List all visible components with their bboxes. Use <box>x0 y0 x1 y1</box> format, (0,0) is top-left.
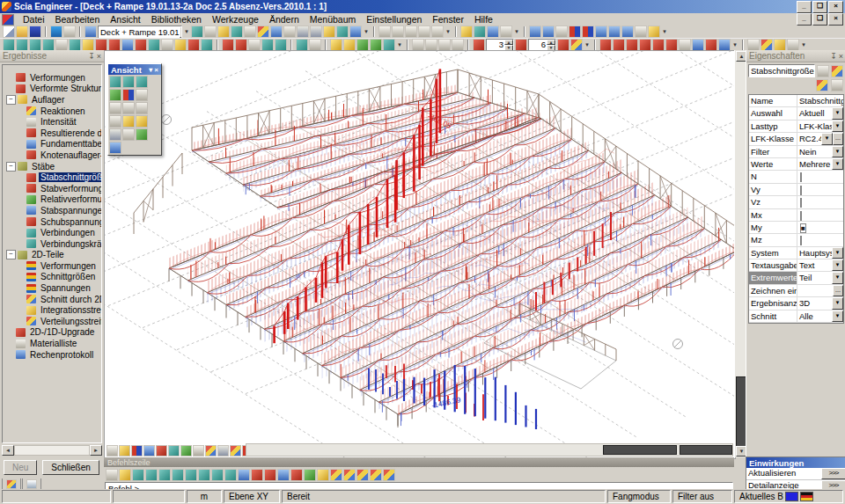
camera-icon[interactable] <box>119 445 130 457</box>
light-icon[interactable] <box>136 115 148 128</box>
orthogonal-snap-icon[interactable] <box>172 469 184 481</box>
chevron-down-icon[interactable]: ▾ <box>396 40 403 50</box>
layer-icon[interactable] <box>174 39 187 51</box>
menu-item-ndern[interactable]: Ändern <box>264 13 305 26</box>
project-manager-icon[interactable] <box>84 26 97 38</box>
menu-item-bearbeiten[interactable]: Bearbeiten <box>50 13 106 26</box>
view-preset-icon[interactable] <box>635 26 647 38</box>
scroll-right-icon[interactable]: ► <box>90 445 102 456</box>
chart-pie-icon[interactable] <box>816 79 828 91</box>
chevron-down-icon[interactable]: ▼ <box>832 107 843 119</box>
arc-snap-icon[interactable] <box>224 469 237 481</box>
schliessen-button[interactable]: Schließen <box>42 460 99 475</box>
distance-icon[interactable] <box>277 469 290 481</box>
view-preset-icon[interactable] <box>569 26 581 38</box>
zoom-in-icon[interactable] <box>136 89 148 101</box>
tree-item[interactable]: Resultierende der Reaktione <box>3 128 101 139</box>
property-checkbox[interactable] <box>800 186 802 195</box>
image-gallery-icon[interactable] <box>217 26 230 38</box>
property-value[interactable]: 3D <box>797 297 832 309</box>
render-settings-icon[interactable] <box>122 115 135 128</box>
select-icon[interactable] <box>222 39 234 51</box>
tree-item[interactable]: −2D-Teile <box>3 250 101 261</box>
model-3d-view[interactable]: -466.05-1486.39 <box>105 51 735 458</box>
status-current-layer[interactable]: Aktuelles B <box>734 490 843 503</box>
temperature-load-icon[interactable] <box>639 39 651 51</box>
tree-item[interactable]: Reaktionen <box>3 106 101 117</box>
opening-icon[interactable] <box>55 39 68 51</box>
polyline-tool-icon[interactable] <box>392 26 404 38</box>
clipboard-icon[interactable] <box>204 26 217 38</box>
filter-toggle-icon[interactable] <box>817 65 829 77</box>
tree-item[interactable]: Spannungen <box>3 282 101 294</box>
window-settings-icon[interactable] <box>109 142 121 154</box>
menu-item-werkzeuge[interactable]: Werkzeuge <box>207 13 264 26</box>
intersection-snap-icon[interactable] <box>158 469 171 481</box>
tree-item[interactable]: Verteilungsstreifen <box>3 316 101 327</box>
property-value[interactable] <box>797 285 833 296</box>
tree-item[interactable]: Materialliste <box>3 338 101 349</box>
surface-load-icon[interactable] <box>626 39 638 51</box>
view-params-icon[interactable] <box>136 128 148 141</box>
clipping-icon[interactable] <box>109 128 121 141</box>
nearest-snap-icon[interactable] <box>211 469 224 481</box>
flag-icon[interactable] <box>238 469 250 481</box>
chevron-down-icon[interactable]: ▼ <box>832 272 843 283</box>
cross-section-icon[interactable] <box>148 39 160 51</box>
named-view-icon[interactable] <box>168 445 180 457</box>
grid-snap-icon[interactable] <box>119 469 131 481</box>
center-snap-icon[interactable] <box>198 469 210 481</box>
property-checkbox[interactable] <box>800 198 802 208</box>
rib-icon[interactable] <box>69 39 81 51</box>
paperclip-icon[interactable] <box>244 26 256 38</box>
property-value[interactable]: Aktuell <box>797 107 832 119</box>
close-icon[interactable]: × <box>97 52 101 61</box>
ellipsis-button[interactable]: ... <box>833 285 843 296</box>
chevron-down-icon[interactable]: ▼ <box>180 26 182 38</box>
calculation-icon[interactable] <box>774 39 786 51</box>
filter-selection-icon[interactable] <box>370 469 382 481</box>
locked-view-icon[interactable] <box>122 128 135 141</box>
results-table-icon[interactable] <box>747 39 760 51</box>
minimize-button[interactable]: _ <box>797 1 812 13</box>
tree-item[interactable]: Rechenprotokoll <box>3 349 101 361</box>
pin-icon[interactable]: ↧ <box>88 52 95 61</box>
print-view-icon[interactable] <box>217 445 229 457</box>
tree-item[interactable]: Verformungen <box>3 72 101 84</box>
node-icon[interactable] <box>135 39 147 51</box>
wind-load-icon[interactable] <box>692 39 704 51</box>
chevron-down-icon[interactable]: ▼ <box>832 247 843 259</box>
close-icon[interactable]: × <box>839 52 843 61</box>
property-value[interactable]: LFK-Klasse <box>797 121 832 132</box>
chevron-down-icon[interactable]: ▼ <box>832 259 843 271</box>
axo-view-icon[interactable] <box>131 445 143 457</box>
selection-by-property-icon[interactable] <box>383 469 395 481</box>
calculator-icon[interactable] <box>336 26 349 38</box>
tree-item[interactable]: Knotenauflager-Resultierend <box>3 150 101 161</box>
neu-button[interactable]: Neu <box>4 460 37 475</box>
open-project-icon[interactable] <box>16 26 28 38</box>
view-preset-icon[interactable] <box>621 26 634 38</box>
tree-item[interactable]: Stabspannungen <box>3 205 101 216</box>
restore-button[interactable]: ❏ <box>812 1 827 13</box>
view-side-icon[interactable] <box>136 76 148 88</box>
status-snap-mode[interactable]: Fangmodus <box>607 490 671 503</box>
doc-close-button[interactable]: × <box>828 13 843 26</box>
tree-item[interactable]: Stabverformungen <box>3 183 101 194</box>
property-checkbox[interactable] <box>800 172 802 182</box>
deselect-icon[interactable] <box>343 469 356 481</box>
tree-item[interactable]: Verformte Struktur <box>3 84 101 95</box>
circle-tool-icon[interactable] <box>418 26 430 38</box>
link-icon[interactable] <box>296 39 308 51</box>
property-checkbox[interactable] <box>800 236 802 245</box>
property-value[interactable]: RC2.4 Rampe <box>797 133 821 144</box>
zoom-window-icon[interactable] <box>122 102 135 114</box>
status-plane[interactable]: Ebene XY <box>224 490 280 503</box>
chevron-down-icon[interactable]: ▾ <box>149 66 152 74</box>
send-to-icon[interactable] <box>831 79 843 91</box>
chevron-down-icon[interactable]: ▾ <box>363 26 370 37</box>
select-all-icon[interactable] <box>330 469 342 481</box>
clip-view-icon[interactable] <box>230 445 241 457</box>
tree-item[interactable]: Stabschnittgrößen <box>3 172 101 183</box>
library-icon[interactable] <box>323 26 335 38</box>
